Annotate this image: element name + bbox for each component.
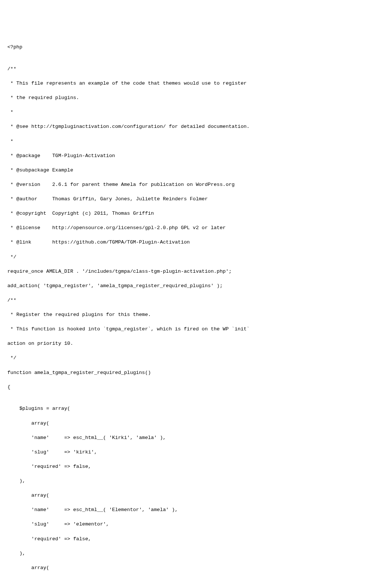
code-line: * This file represents an example of the… bbox=[7, 80, 385, 87]
code-line: require_once AMELA_DIR . '/includes/tgmp… bbox=[7, 268, 385, 275]
code-line: * @version 2.6.1 for parent theme Amela … bbox=[7, 181, 385, 188]
code-line: /** bbox=[7, 297, 385, 304]
code-line: 'required' => false, bbox=[7, 535, 385, 543]
code-line: * the required plugins. bbox=[7, 94, 385, 102]
code-line: * @copyright Copyright (c) 2011, Thomas … bbox=[7, 210, 385, 217]
code-line: * This function is hooked into `tgmpa_re… bbox=[7, 326, 385, 333]
code-line: ), bbox=[7, 550, 385, 557]
code-line: <?php bbox=[7, 44, 385, 51]
code-line: $plugins = array( bbox=[7, 405, 385, 412]
code-line: function amela_tgmpa_register_required_p… bbox=[7, 369, 385, 377]
code-line: array( bbox=[7, 420, 385, 427]
code-line: * bbox=[7, 109, 385, 116]
code-line: * @subpackage Example bbox=[7, 167, 385, 174]
code-line: 'name' => esc_html__( 'Elementor', 'amel… bbox=[7, 506, 385, 514]
code-line: array( bbox=[7, 492, 385, 499]
code-line: { bbox=[7, 384, 385, 391]
code-line: */ bbox=[7, 254, 385, 261]
code-line: * @link https://github.com/TGMPA/TGM-Plu… bbox=[7, 239, 385, 246]
code-line: * @author Thomas Griffin, Gary Jones, Ju… bbox=[7, 195, 385, 203]
code-line: * @package TGM-Plugin-Activation bbox=[7, 152, 385, 160]
code-line: 'slug' => 'elementor', bbox=[7, 521, 385, 528]
code-line: */ bbox=[7, 354, 385, 362]
code-line: array( bbox=[7, 564, 385, 572]
code-line: 'slug' => 'kirki', bbox=[7, 449, 385, 456]
code-line: 'required' => false, bbox=[7, 463, 385, 470]
code-line: * Register the required plugins for this… bbox=[7, 311, 385, 319]
code-line: * @license http://opensource.org/license… bbox=[7, 224, 385, 232]
code-line: ), bbox=[7, 477, 385, 485]
code-line: add_action( 'tgmpa_register', 'amela_tgm… bbox=[7, 282, 385, 290]
code-line: 'name' => esc_html__( 'Kirki', 'amela' )… bbox=[7, 434, 385, 442]
code-line: * @see http://tgmpluginactivation.com/co… bbox=[7, 123, 385, 130]
code-line: /** bbox=[7, 65, 385, 73]
code-line: action on priority 10. bbox=[7, 340, 385, 347]
code-line: * bbox=[7, 138, 385, 145]
